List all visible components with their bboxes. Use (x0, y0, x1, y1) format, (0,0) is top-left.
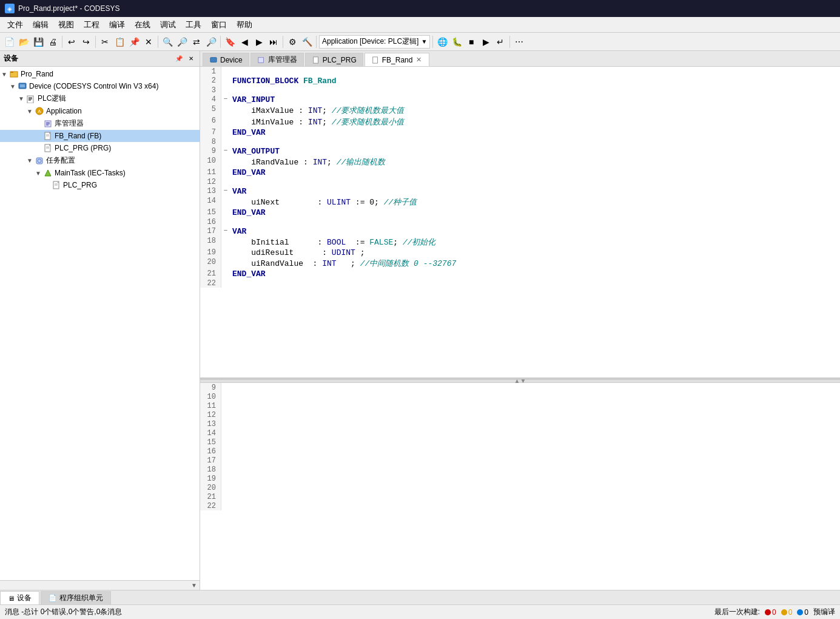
prev-btn[interactable]: ◀ (238, 35, 251, 49)
line-content[interactable]: VAR_OUTPUT (230, 146, 840, 156)
new-btn[interactable]: 📄 (2, 35, 16, 49)
debug-btn[interactable]: 🐛 (450, 35, 463, 49)
line-content[interactable]: uiRandValue : INT ; //中间随机数 0 --32767 (230, 257, 840, 269)
line-content[interactable]: END_VAR (230, 127, 840, 137)
menu-item-视图[interactable]: 视图 (53, 18, 79, 32)
build-btn[interactable]: 🔨 (300, 35, 314, 49)
tab-close-fbrand[interactable]: ✕ (415, 56, 423, 64)
line-content[interactable] (230, 67, 840, 76)
tree-expand-maintask[interactable]: ▼ (34, 170, 42, 177)
code-upper[interactable]: 12FUNCTION_BLOCK FB_Rand34−VAR_INPUT5 iM… (200, 67, 840, 379)
line-content[interactable]: END_VAR (230, 208, 840, 217)
line-content[interactable] (230, 392, 840, 401)
tree-item-device[interactable]: ▼Device (CODESYS Control Win V3 x64) (0, 80, 200, 92)
line-content[interactable] (230, 465, 840, 474)
replace-btn[interactable]: ⇄ (190, 35, 203, 49)
line-content[interactable] (230, 438, 840, 447)
line-content[interactable] (230, 501, 840, 510)
tree-expand-device[interactable]: ▼ (8, 83, 17, 90)
find2-btn[interactable]: 🔎 (175, 35, 189, 49)
tab-fbrand[interactable]: FB_Rand✕ (365, 53, 430, 66)
menu-item-在线[interactable]: 在线 (130, 18, 155, 32)
line-content[interactable] (230, 383, 840, 392)
line-content[interactable] (230, 447, 840, 456)
line-content[interactable] (230, 428, 840, 438)
menu-item-工程[interactable]: 工程 (79, 18, 104, 32)
tree-expand-root[interactable]: ▼ (0, 71, 8, 78)
line-content[interactable]: iMaxValue : INT; //要求随机数最大值 (230, 104, 840, 116)
menu-item-帮助[interactable]: 帮助 (232, 18, 257, 32)
menu-item-调试[interactable]: 调试 (155, 18, 181, 32)
line-content[interactable] (230, 474, 840, 483)
next-btn[interactable]: ▶ (252, 35, 266, 49)
line-fold[interactable]: − (221, 95, 230, 104)
tree-expand-plclogic[interactable]: ▼ (17, 95, 25, 102)
line-content[interactable] (230, 177, 840, 186)
menu-item-窗口[interactable]: 窗口 (206, 18, 232, 32)
find-btn[interactable]: 🔍 (161, 35, 174, 49)
line-content[interactable] (230, 86, 840, 95)
tree-expand-app[interactable]: ▼ (25, 108, 34, 115)
line-content[interactable]: uiNext : ULINT := 0; //种子值 (230, 196, 840, 208)
paste-btn[interactable]: 📌 (127, 35, 141, 49)
cut-btn[interactable]: ✂ (98, 35, 112, 49)
line-content[interactable]: VAR_INPUT (230, 95, 840, 104)
close-panel-btn[interactable]: ✕ (186, 54, 196, 64)
undo-btn[interactable]: ↩ (65, 35, 78, 49)
open-btn[interactable]: 📂 (17, 35, 30, 49)
line-content[interactable]: iRandValue : INT; //输出随机数 (230, 156, 840, 167)
line-content[interactable] (230, 410, 840, 419)
print-btn[interactable]: 🖨 (46, 35, 59, 49)
tree-item-libmgr[interactable]: 库管理器 (0, 117, 200, 130)
tree-expand-taskcfg[interactable]: ▼ (25, 157, 34, 164)
tab-plcprg[interactable]: PLC_PRG (305, 53, 363, 66)
menu-item-编辑[interactable]: 编辑 (28, 18, 53, 32)
line-content[interactable]: END_VAR (230, 269, 840, 279)
tree-item-plcprg2[interactable]: PLC_PRG (0, 179, 200, 191)
line-content[interactable] (230, 419, 840, 428)
line-content[interactable] (230, 483, 840, 492)
find3-btn[interactable]: 🔎 (204, 35, 218, 49)
menu-item-工具[interactable]: 工具 (181, 18, 206, 32)
copy-btn[interactable]: 📋 (113, 35, 126, 49)
tree-item-fbrand[interactable]: FB_Rand (FB) (0, 130, 200, 142)
delete-btn[interactable]: ✕ (142, 35, 155, 49)
line-fold[interactable]: − (221, 146, 230, 156)
line-content[interactable] (230, 401, 840, 410)
tree-item-plclogic[interactable]: ▼PLC逻辑 (0, 92, 200, 105)
compile-btn[interactable]: ⚙ (286, 35, 299, 49)
line-content[interactable]: VAR (230, 226, 840, 236)
stop-btn[interactable]: ■ (465, 35, 478, 49)
line-content[interactable]: VAR (230, 186, 840, 196)
line-content[interactable] (230, 279, 840, 288)
line-content[interactable] (230, 492, 840, 501)
last-btn[interactable]: ⏭ (267, 35, 280, 49)
tree-item-maintask[interactable]: ▼MainTask (IEC-Tasks) (0, 167, 200, 179)
run-btn[interactable]: ▶ (479, 35, 492, 49)
save-btn[interactable]: 💾 (32, 35, 45, 49)
tab-device[interactable]: Device (203, 53, 249, 66)
bottom-tab-device-tab[interactable]: 🖥设备 (0, 591, 39, 604)
line-content[interactable] (230, 137, 840, 146)
tree-item-app[interactable]: ▼AApplication (0, 105, 200, 117)
tree-item-plcprg[interactable]: PLC_PRG (PRG) (0, 142, 200, 154)
tree-scrollbar[interactable]: ▼ (0, 580, 200, 590)
code-lower[interactable]: 910111213141516171819202122 (200, 383, 840, 590)
redo-btn[interactable]: ↪ (79, 35, 93, 49)
more-btn[interactable]: ⋯ (512, 35, 526, 49)
line-content[interactable]: bInitial : BOOL := FALSE; //初始化 (230, 236, 840, 248)
tree-item-taskcfg[interactable]: ▼任务配置 (0, 154, 200, 167)
bottom-tab-pou-tab[interactable]: 📄程序组织单元 (41, 591, 111, 604)
line-content[interactable] (230, 217, 840, 226)
line-fold[interactable]: − (221, 226, 230, 236)
bookmark-btn[interactable]: 🔖 (223, 35, 237, 49)
line-content[interactable]: END_VAR (230, 167, 840, 177)
line-content[interactable]: udiResult : UDINT ; (230, 248, 840, 257)
step-btn[interactable]: ↵ (494, 35, 507, 49)
line-fold[interactable]: − (221, 186, 230, 196)
tree-item-root[interactable]: ▼Pro_Rand (0, 68, 200, 80)
pin-btn[interactable]: 📌 (174, 54, 184, 64)
line-content[interactable] (230, 456, 840, 465)
menu-item-编译[interactable]: 编译 (104, 18, 130, 32)
application-dropdown[interactable]: Application [Device: PLC逻辑] ▼ (319, 35, 430, 49)
